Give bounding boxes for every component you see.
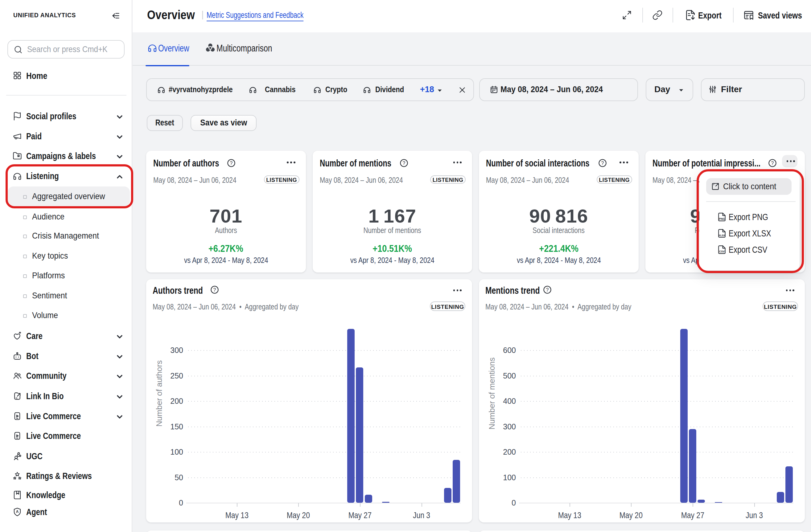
svg-text:?: ? [601, 160, 604, 166]
svg-text:?: ? [230, 160, 233, 166]
svg-text:?: ? [402, 160, 405, 166]
svg-text:?: ? [771, 160, 774, 166]
svg-text:A: A [16, 510, 19, 514]
svg-text:?: ? [546, 287, 549, 293]
svg-text:?: ? [213, 287, 216, 293]
